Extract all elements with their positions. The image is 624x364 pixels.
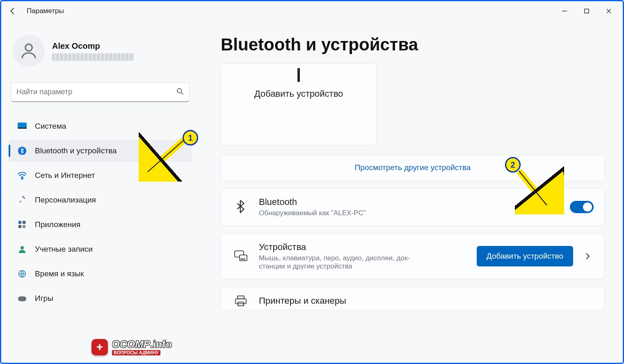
printers-panel[interactable]: Принтеры и сканеры — [221, 287, 605, 310]
nav-label: Игры — [35, 294, 53, 303]
svg-rect-12 — [18, 221, 21, 224]
nav-label: Время и язык — [35, 269, 84, 278]
annotation-badge-2: 2 — [505, 157, 521, 173]
person-icon — [17, 244, 27, 255]
annotation-badge-1: 1 — [183, 130, 198, 146]
paintbrush-icon — [17, 195, 27, 205]
gamepad-icon — [17, 293, 27, 304]
window-controls — [554, 3, 619, 19]
search-input[interactable] — [16, 88, 176, 96]
panel-subtitle: Мышь, клавиатура, перо, аудио, дисплеи, … — [259, 254, 431, 271]
svg-rect-25 — [235, 299, 246, 304]
add-device-label: Добавить устройство — [254, 89, 343, 99]
display-icon — [17, 121, 27, 132]
svg-line-6 — [181, 92, 183, 94]
svg-point-21 — [241, 259, 242, 259]
svg-rect-15 — [23, 225, 25, 228]
svg-point-22 — [242, 259, 243, 259]
sidebar: Alex Ocomp Система Bluetooth и устройств… — [1, 21, 196, 363]
titlebar: Параметры — [1, 1, 623, 21]
add-device-card[interactable]: Добавить устройство — [221, 64, 377, 146]
svg-line-30 — [519, 171, 547, 205]
search-box[interactable] — [11, 82, 190, 102]
panel-title: Устройства — [259, 242, 431, 253]
bluetooth-icon — [232, 199, 250, 215]
svg-point-23 — [244, 259, 245, 259]
user-account-row[interactable]: Alex Ocomp — [9, 29, 192, 78]
bluetooth-icon — [17, 146, 27, 156]
svg-rect-11 — [22, 196, 25, 199]
watermark-brand: OCOMP.info — [112, 339, 172, 349]
nav-label: Система — [35, 122, 66, 131]
user-email-blurred — [52, 53, 134, 61]
sidebar-item-accounts[interactable]: Учетные записи — [9, 238, 192, 260]
sidebar-item-time-language[interactable]: Время и язык — [9, 263, 192, 285]
nav-label: Приложения — [35, 220, 80, 229]
svg-rect-20 — [240, 255, 247, 261]
watermark: + OCOMP.info ВОПРОСЫ АДМИНУ — [91, 339, 172, 355]
svg-rect-14 — [18, 225, 21, 228]
user-name: Alex Ocomp — [52, 41, 134, 51]
svg-rect-1 — [585, 9, 589, 13]
add-device-button[interactable]: Добавить устройство — [477, 246, 573, 266]
apps-icon — [17, 219, 27, 230]
svg-point-16 — [21, 246, 24, 249]
devices-icon — [232, 250, 250, 262]
panel-title: Принтеры и сканеры — [259, 296, 346, 306]
panel-subtitle: Обнаруживаемый как "ALEX-PC" — [259, 209, 366, 217]
svg-point-10 — [22, 178, 23, 180]
svg-line-28 — [148, 137, 187, 172]
annotation-arrow-2 — [515, 165, 564, 214]
nav-label: Сеть и Интернет — [35, 171, 95, 180]
nav-label: Учетные записи — [35, 245, 93, 254]
nav-label: Bluetooth и устройства — [35, 146, 117, 155]
watermark-plus-icon: + — [91, 339, 108, 355]
watermark-tagline: ВОПРОСЫ АДМИНУ — [112, 350, 160, 355]
printer-icon — [232, 295, 250, 307]
svg-point-4 — [25, 44, 32, 51]
svg-rect-13 — [23, 221, 25, 224]
window-title: Параметры — [27, 7, 64, 15]
close-button[interactable] — [598, 3, 619, 19]
wifi-icon — [17, 170, 27, 181]
avatar — [13, 35, 45, 67]
svg-rect-8 — [18, 127, 27, 129]
panel-title: Bluetooth — [259, 197, 366, 207]
svg-rect-24 — [238, 296, 244, 299]
back-button[interactable] — [5, 3, 21, 19]
page-title: Bluetooth и устройства — [221, 35, 605, 55]
link-label: Просмотреть другие устройства — [355, 163, 471, 172]
sidebar-item-gaming[interactable]: Игры — [9, 287, 192, 309]
globe-clock-icon — [17, 268, 27, 279]
svg-point-5 — [177, 88, 182, 93]
sidebar-item-apps[interactable]: Приложения — [9, 214, 192, 236]
svg-rect-18 — [18, 296, 26, 301]
nav-label: Персонализация — [35, 196, 96, 205]
devices-panel[interactable]: Устройства Мышь, клавиатура, перо, аудио… — [221, 233, 605, 279]
sidebar-item-personalization[interactable]: Персонализация — [9, 189, 192, 211]
bluetooth-toggle[interactable] — [570, 201, 594, 213]
search-icon — [176, 87, 184, 97]
chevron-right-icon[interactable] — [581, 252, 594, 260]
plus-icon — [297, 68, 300, 82]
maximize-button[interactable] — [576, 3, 597, 19]
minimize-button[interactable] — [554, 3, 575, 19]
